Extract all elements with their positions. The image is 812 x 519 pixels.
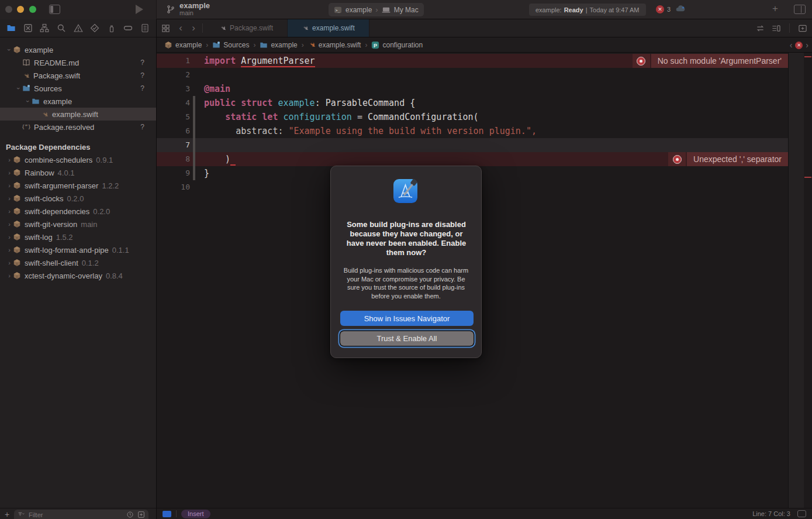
- breakpoint-navigator-tab[interactable]: [120, 20, 136, 36]
- test-navigator-tab[interactable]: [87, 20, 102, 36]
- activity-status[interactable]: example: Ready | Today at 9:47 AM: [529, 4, 646, 16]
- tree-item[interactable]: ›example: [0, 43, 156, 56]
- forward-icon[interactable]: ›: [187, 19, 200, 37]
- back-icon[interactable]: ‹: [174, 19, 187, 37]
- scm-changes-icon[interactable]: [137, 511, 145, 518]
- disclosure-chevron-icon[interactable]: ›: [6, 246, 13, 253]
- dependency-item[interactable]: ›swift-argument-parser1.2.2: [0, 179, 156, 192]
- disclosure-chevron-icon[interactable]: ›: [6, 259, 13, 266]
- dependency-version: 0.1.2: [82, 259, 99, 267]
- scm-status-badge: ?: [140, 59, 144, 67]
- code-line[interactable]: 8 ) Unexpected ',' separator: [157, 152, 788, 166]
- related-items-swap-icon[interactable]: [755, 24, 765, 33]
- filter-field[interactable]: Filter: [14, 510, 148, 519]
- folder-icon: [260, 41, 268, 49]
- dependency-item[interactable]: ›xctest-dynamic-overlay0.8.4: [0, 269, 156, 282]
- symbol-navigator-tab[interactable]: [37, 20, 52, 36]
- issue-dot-icon[interactable]: ✕: [795, 42, 803, 49]
- scheme-target[interactable]: example: [345, 6, 372, 14]
- dependency-item[interactable]: ›swift-clocks0.2.0: [0, 192, 156, 205]
- add-file-button[interactable]: +: [5, 510, 9, 519]
- jump-bar-segment[interactable]: example: [260, 41, 297, 49]
- dependency-item[interactable]: ›swift-dependencies0.2.0: [0, 205, 156, 218]
- disclosure-chevron-icon[interactable]: ›: [15, 85, 22, 92]
- svg-text:{”}: {”}: [22, 124, 30, 130]
- dependency-item[interactable]: ›Rainbow4.0.1: [0, 166, 156, 179]
- disclosure-chevron-icon[interactable]: ›: [25, 98, 32, 105]
- disclosure-chevron-icon[interactable]: ›: [6, 182, 13, 189]
- dependency-item[interactable]: ›combine-schedulers0.9.1: [0, 153, 156, 166]
- scheme-destination[interactable]: My Mac: [394, 6, 419, 14]
- show-in-issues-navigator-button[interactable]: Show in Issues Navigator: [340, 311, 474, 326]
- package-icon: [13, 156, 21, 164]
- dependency-item[interactable]: ›swift-git-versionmain: [0, 218, 156, 231]
- code-line[interactable]: 3@main: [157, 82, 788, 96]
- debug-navigator-tab[interactable]: [104, 20, 119, 36]
- scheme-selector[interactable]: >_ example › My Mac: [329, 3, 424, 16]
- disclosure-chevron-icon[interactable]: ›: [6, 233, 13, 240]
- toggle-navigator-icon[interactable]: [49, 5, 60, 14]
- run-button[interactable]: [136, 5, 143, 14]
- line-number: 9: [157, 166, 190, 180]
- code-line[interactable]: 4public struct example: ParsableCommand …: [157, 96, 788, 110]
- jump-bar-segment[interactable]: Pconfiguration: [371, 41, 423, 49]
- source-editor[interactable]: 1import ArgumentParserNo such module 'Ar…: [157, 53, 812, 508]
- issue-annotation[interactable]: Unexpected ',' separator: [668, 152, 788, 166]
- zoom-window-button[interactable]: [29, 6, 36, 13]
- dependency-item[interactable]: ›swift-shell-client0.1.2: [0, 256, 156, 269]
- disclosure-chevron-icon[interactable]: ›: [6, 169, 13, 176]
- dependency-name: swift-log-format-and-pipe: [25, 246, 109, 255]
- issue-navigator-tab[interactable]: [71, 20, 86, 36]
- tree-item[interactable]: ›Sources?: [0, 82, 156, 95]
- editor-tab[interactable]: example.swift: [288, 19, 369, 37]
- jump-bar-segment[interactable]: example.swift: [308, 41, 361, 49]
- editor-area: ‹ › Package.swiftexample.swift example›S…: [157, 19, 812, 519]
- library-add-icon[interactable]: +: [769, 3, 781, 15]
- insert-mode-badge: Insert: [181, 510, 210, 518]
- dependency-version: 0.8.4: [106, 271, 123, 280]
- dependency-item[interactable]: ›swift-log1.5.2: [0, 231, 156, 243]
- previous-issue-icon[interactable]: ‹: [790, 40, 793, 50]
- disclosure-chevron-icon[interactable]: ›: [6, 156, 13, 163]
- disclosure-chevron-icon[interactable]: ›: [6, 208, 13, 215]
- toggle-inspector-icon[interactable]: [794, 5, 806, 14]
- add-editor-icon[interactable]: [798, 24, 807, 33]
- code-line[interactable]: 1import ArgumentParserNo such module 'Ar…: [157, 54, 788, 68]
- tree-item[interactable]: {”}Package.resolved?: [0, 121, 156, 133]
- tree-item[interactable]: example.swift: [0, 108, 156, 121]
- issues-badge[interactable]: ✕ 3: [656, 5, 671, 13]
- disclosure-chevron-icon[interactable]: ›: [6, 195, 13, 202]
- disclosure-chevron-icon[interactable]: ›: [6, 221, 13, 228]
- disclosure-chevron-icon[interactable]: ›: [6, 272, 13, 279]
- dependency-item[interactable]: ›swift-log-format-and-pipe0.1.1: [0, 243, 156, 256]
- editor-settings-icon[interactable]: [797, 510, 806, 517]
- trust-and-enable-all-button[interactable]: Trust & Enable All: [340, 331, 474, 346]
- code-line[interactable]: 5 static let configuration = CommandConf…: [157, 110, 788, 124]
- code-line[interactable]: 6 abstract: "Example using the build wit…: [157, 124, 788, 138]
- next-issue-icon[interactable]: ›: [806, 40, 808, 50]
- issue-annotation[interactable]: No such module 'ArgumentParser': [633, 54, 788, 68]
- code-line[interactable]: 7: [157, 138, 788, 152]
- scrollbar-zone[interactable]: [804, 53, 812, 508]
- find-navigator-tab[interactable]: [54, 20, 69, 36]
- jump-bar-segment[interactable]: example: [164, 41, 202, 49]
- editor-grid-icon[interactable]: [157, 19, 174, 37]
- disclosure-chevron-icon[interactable]: ›: [6, 46, 13, 53]
- recent-files-clock-icon[interactable]: [126, 511, 134, 518]
- source-control-navigator-tab[interactable]: [20, 20, 36, 36]
- minimize-window-button[interactable]: [17, 6, 24, 13]
- tree-item[interactable]: README.md?: [0, 56, 156, 69]
- status-state: Ready: [564, 6, 583, 13]
- package-icon: [13, 207, 21, 215]
- jump-bar-segment[interactable]: Sources: [212, 41, 249, 49]
- close-window-button[interactable]: [5, 6, 12, 13]
- project-navigator-tab[interactable]: [4, 20, 19, 36]
- dependency-version: 0.9.1: [96, 156, 113, 164]
- report-navigator-tab[interactable]: [137, 20, 153, 36]
- editor-tab[interactable]: Package.swift: [205, 19, 288, 37]
- code-line[interactable]: 2: [157, 68, 788, 82]
- tab-label: example.swift: [312, 24, 355, 32]
- tree-item[interactable]: Package.swift?: [0, 69, 156, 82]
- tree-item[interactable]: ›example: [0, 95, 156, 108]
- adjust-editor-options-icon[interactable]: [771, 24, 781, 33]
